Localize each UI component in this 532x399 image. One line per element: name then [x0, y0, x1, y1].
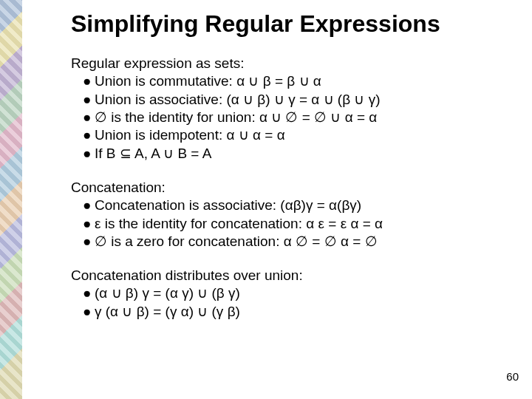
list-item: ● ε is the identity for concatenation: α… — [83, 215, 511, 233]
bullet-text: If B ⊆ A, A ∪ B = A — [95, 145, 511, 163]
list-item: ● Union is idempotent: α ∪ α = α — [83, 126, 511, 144]
list-item: ● γ (α ∪ β) = (γ α) ∪ (γ β) — [83, 303, 511, 321]
list-item: ● If B ⊆ A, A ∪ B = A — [83, 145, 511, 163]
bullet-text: Union is idempotent: α ∪ α = α — [95, 126, 511, 144]
list-item: ● (α ∪ β) γ = (α γ) ∪ (β γ) — [83, 284, 511, 302]
bullet-icon: ● — [83, 72, 95, 90]
section-heading: Regular expression as sets: — [71, 55, 511, 72]
section-heading: Concatenation: — [71, 179, 511, 197]
bullet-icon: ● — [83, 145, 95, 163]
bullet-text: (α ∪ β) γ = (α γ) ∪ (β γ) — [95, 284, 511, 302]
bullet-text: Union is commutative: α ∪ β = β ∪ α — [95, 72, 511, 90]
bullet-text: Union is associative: (α ∪ β) ∪ γ = α ∪ … — [95, 91, 511, 109]
slide: Simplifying Regular Expressions Regular … — [0, 0, 532, 399]
bullet-icon: ● — [83, 233, 95, 250]
bullet-icon: ● — [83, 284, 95, 302]
bullet-text: Concatenation is associative: (αβ)γ = α(… — [95, 197, 511, 214]
bullet-icon: ● — [83, 303, 95, 321]
list-item: ● Concatenation is associative: (αβ)γ = … — [83, 197, 511, 214]
bullet-icon: ● — [83, 126, 95, 144]
list-item: ● Union is associative: (α ∪ β) ∪ γ = α … — [83, 91, 511, 109]
bullet-icon: ● — [83, 91, 95, 109]
bullet-text: ∅ is a zero for concatenation: α ∅ = ∅ α… — [95, 233, 511, 250]
list-item: ● ∅ is a zero for concatenation: α ∅ = ∅… — [83, 233, 511, 250]
bullet-text: ε is the identity for concatenation: α ε… — [95, 215, 511, 233]
bullet-icon: ● — [83, 197, 95, 214]
bullet-icon: ● — [83, 109, 95, 126]
page-number: 60 — [506, 370, 519, 383]
list-item: ● ∅ is the identity for union: α ∪ ∅ = ∅… — [83, 109, 511, 126]
list-item: ● Union is commutative: α ∪ β = β ∪ α — [83, 72, 511, 90]
slide-title: Simplifying Regular Expressions — [71, 10, 440, 38]
section-heading: Concatenation distributes over union: — [71, 267, 511, 284]
bullet-text: ∅ is the identity for union: α ∪ ∅ = ∅ ∪… — [95, 109, 511, 126]
slide-body: Regular expression as sets: ● Union is c… — [71, 55, 511, 321]
bullet-text: γ (α ∪ β) = (γ α) ∪ (γ β) — [95, 303, 511, 321]
bullet-icon: ● — [83, 215, 95, 233]
